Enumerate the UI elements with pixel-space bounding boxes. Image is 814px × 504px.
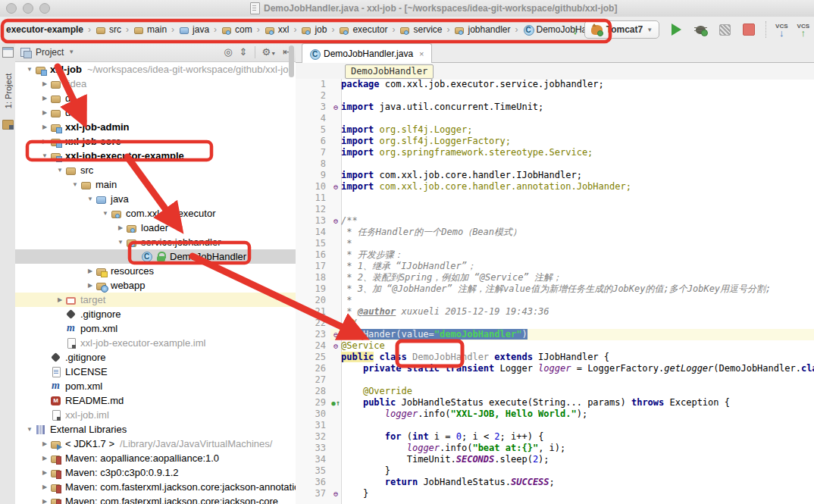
code-line-9[interactable]: 9import com.xxl.job.core.handler.IJobHan… [296,170,814,181]
fold-icon[interactable]: ⊖ [333,217,338,225]
code-line-13[interactable]: 13⊖/** [296,215,814,227]
tree-row-xxl-job-executor-example.iml[interactable]: xxl-job-executor-example.iml [15,336,296,350]
code-line-24[interactable]: 24⊖@Service [296,340,814,352]
code-line-8[interactable]: 8 [296,158,814,170]
breadcrumb-item-com[interactable]: com [220,23,254,37]
tool-window-icon[interactable] [2,47,14,58]
breadcrumb-item-src[interactable]: src [94,23,123,37]
code-line-29[interactable]: 29●↑ public JobHandleStatus execute(Stri… [296,397,814,409]
minimize-button[interactable] [23,3,33,14]
tree-row-pom.xml[interactable]: pom.xml [15,379,296,393]
expand-arrow[interactable]: ▼ [85,196,95,202]
code-line-34[interactable]: 34 TimeUnit.SECONDS.sleep(2); [296,454,814,465]
code-line-32[interactable]: 32 for (int i = 0; i < 2; i++) { [296,431,814,443]
project-toolwindow-button[interactable]: 1: Project [4,64,13,117]
expand-arrow[interactable]: ▶ [115,224,126,231]
code-line-7[interactable]: 7import org.springframework.stereotype.S… [296,147,814,158]
expand-arrow[interactable]: ▼ [115,239,126,246]
fold-icon[interactable]: ⊖ [333,490,338,498]
code-line-22[interactable]: 22 */ [296,318,814,329]
tree-row-xxl-job-admin[interactable]: ▶xxl-job-admin [15,120,296,134]
code-line-19[interactable]: 19 * 3、加 “@JobHander” 注解，注解value值为新增任务生成… [296,283,814,295]
tree-row-com.xxl.job.executor[interactable]: ▼com.xxl.job.executor [15,206,296,221]
tree-row-xxl-job-executor-example[interactable]: ▼xxl-job-executor-example [15,149,296,163]
debug-button[interactable] [693,22,708,37]
code-line-30[interactable]: 30 logger.info("XXL-JOB, Hello World."); [296,409,814,420]
expand-arrow[interactable]: ▼ [70,181,80,188]
code-line-25[interactable]: 25public class DemoJobHandler extends IJ… [296,352,814,363]
code-line-26[interactable]: 26 private static transient Logger logge… [296,363,814,374]
fold-icon[interactable]: ⊖ [333,342,338,350]
tree-row-Maven: com.fasterxml.jackson.core:jackson-annotations[interactable]: ▶Maven: com.fasterxml.jackson.core:jacks… [15,480,296,494]
tree-row-.gitignore[interactable]: .gitignore [15,350,296,365]
tree-row-pom.xml[interactable]: pom.xml [15,321,296,336]
green-down-arrow-icon[interactable]: ↓ [572,23,578,36]
tree-row-loader[interactable]: ▶loader [15,221,296,235]
collapse-all-icon[interactable]: ⇕ [240,46,248,58]
tree-row-DemoJobHandler[interactable]: DemoJobHandler [15,249,296,264]
tree-row-External Libraries[interactable]: ▼External Libraries [15,422,296,437]
chevron-down-icon[interactable]: ▼ [68,49,74,55]
fold-icon[interactable]: ⊖ [333,330,338,339]
tree-row-java[interactable]: ▼java [15,192,296,206]
code-line-15[interactable]: 15 * [296,238,814,249]
code-line-21[interactable]: 21 * @author xuxueli 2015-12-19 19:43:36 [296,306,814,318]
intention-bulb-icon[interactable] [346,318,355,328]
breadcrumb-item-executor-example[interactable]: executor-example [5,23,85,36]
expand-arrow[interactable]: ▶ [39,469,50,476]
tree-row-webapp[interactable]: ▶webapp [15,278,296,293]
close-tab-icon[interactable]: × [419,49,424,58]
tree-row-service.jobhandler[interactable]: ▼service.jobhandler [15,235,296,249]
code-line-36[interactable]: 36 return JobHandleStatus.SUCCESS; [296,477,814,488]
code-line-28[interactable]: 28 @Override [296,386,814,397]
expand-arrow[interactable]: ▼ [39,152,50,159]
tree-row-doc[interactable]: ▶doc [15,105,296,120]
tree-row-main[interactable]: ▼main [15,177,296,192]
code-line-5[interactable]: 5import org.slf4j.Logger; [296,124,814,136]
run-button[interactable] [668,22,684,37]
expand-arrow[interactable]: ▶ [39,440,50,447]
gear-icon[interactable]: ⚙▼ [262,46,277,58]
code-line-10[interactable]: 10⊖import com.xxl.job.core.handler.annot… [296,181,814,193]
expand-arrow[interactable]: ▼ [55,167,65,174]
expand-arrow[interactable]: ▶ [39,80,50,87]
breadcrumb-item-jobhandler[interactable]: jobhandler [452,23,512,37]
tree-row-xxl-job[interactable]: ▼xxl-job~/workspaces/idea-git-workspace/… [15,62,296,77]
vcs-update-button[interactable]: VCS↓ [775,23,787,36]
tree-row-resources[interactable]: ▶resources [15,264,296,278]
tree-scrollbar[interactable] [289,45,294,77]
expand-arrow[interactable]: ▶ [39,484,50,490]
project-folder-icon[interactable] [2,120,14,130]
expand-arrow[interactable]: ▶ [85,268,95,274]
tree-row-target[interactable]: ▶target [15,293,296,307]
breadcrumb-item-java[interactable]: java [177,23,211,37]
fold-icon[interactable]: ⊖ [333,103,338,111]
zoom-button[interactable] [39,3,50,14]
code-line-2[interactable]: 2 [296,90,814,102]
code-line-14[interactable]: 14 * 任务Handler的一个Demo（Bean模式） [296,227,814,238]
tree-row-.gitignore[interactable]: .gitignore [15,307,296,321]
code-line-12[interactable]: 12 [296,204,814,215]
tree-row-Maven: aopalliance:aopalliance:1.0[interactable]: ▶Maven: aopalliance:aopalliance:1.0 [15,451,296,465]
expand-arrow[interactable]: ▶ [39,138,50,145]
code-line-3[interactable]: 3⊖import java.util.concurrent.TimeUnit; [296,102,814,113]
expand-arrow[interactable]: ▼ [24,426,35,433]
expand-arrow[interactable]: ▼ [24,66,35,73]
tree-row-db[interactable]: ▶db [15,91,296,105]
locate-icon[interactable]: ◎ [224,46,232,58]
code-line-31[interactable]: 31 [296,420,814,431]
expand-arrow[interactable]: ▶ [55,296,65,303]
breadcrumb-item-main[interactable]: main [132,23,168,37]
run-configuration-selector[interactable]: Tomcat7 ▼ [584,20,659,39]
tree-row-LICENSE[interactable]: LICENSE [15,365,296,379]
expand-arrow[interactable]: ▶ [39,95,50,102]
expand-arrow[interactable]: ▼ [100,210,111,217]
breadcrumb-item-xxl[interactable]: xxl [263,23,291,37]
expand-arrow[interactable]: ▶ [39,124,50,130]
code-line-6[interactable]: 6import org.slf4j.LoggerFactory; [296,136,814,147]
expand-arrow[interactable]: ▶ [39,109,50,116]
tree-row-xxl-job-core[interactable]: ▶xxl-job-core [15,134,296,149]
tree-row-README.md[interactable]: README.md [15,393,296,408]
tab-demojobhandler[interactable]: DemoJobHandler.java × [302,43,432,63]
code-line-11[interactable]: 11 [296,193,814,204]
